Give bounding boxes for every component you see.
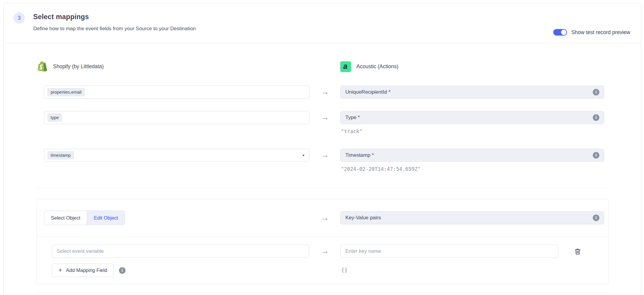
- mapping-row: timestamp Timestamp * "2024-02-20T14:47:…: [36, 149, 609, 172]
- header-text: Select mappings Define how to map the ev…: [33, 11, 196, 43]
- object-editor-actions: Add Mapping Field: [37, 258, 608, 284]
- object-mode-segmented-control: Select Object Edit Object: [44, 211, 125, 225]
- info-icon[interactable]: [593, 89, 599, 95]
- arrow-right-icon: [309, 211, 340, 225]
- trash-icon: [574, 251, 581, 256]
- key-name-cell: {}: [341, 245, 608, 258]
- destination-field: Timestamp *: [340, 149, 604, 162]
- destination-field: Key-Value pairs: [340, 211, 604, 224]
- tab-edit-object[interactable]: Edit Object: [87, 211, 125, 225]
- arrow-right-icon: [309, 111, 340, 124]
- column-headers: Shopify (by Littledata) Acoustic (Action…: [36, 61, 609, 72]
- select-mappings-card: 3 Select mappings Define how to map the …: [3, 3, 641, 295]
- destination-field: UniqueRecipientId *: [340, 86, 604, 99]
- source-field-input[interactable]: type: [44, 111, 309, 124]
- caret-down-icon[interactable]: [303, 153, 304, 157]
- add-mapping-field-label: Add Mapping Field: [66, 267, 107, 273]
- source-field-chip[interactable]: properties.email: [47, 88, 85, 96]
- test-record-preview-control: Show test record preview: [553, 29, 630, 36]
- toggle-label: Show test record preview: [572, 29, 630, 36]
- arrow-right-icon: [309, 245, 341, 257]
- arrow-right-icon: [309, 149, 340, 161]
- step-number: 3: [18, 15, 21, 21]
- test-record-preview-value: "2024-02-20T14:47:54.659Z": [340, 166, 609, 172]
- destination-cell: Timestamp * "2024-02-20T14:47:54.659Z": [340, 149, 609, 172]
- source-name: Shopify (by Littledata): [53, 63, 104, 70]
- destination-cell: UniqueRecipientId *: [340, 86, 609, 99]
- toggle-knob-icon: [561, 30, 566, 35]
- shopify-icon: [38, 61, 48, 72]
- arrow-right-icon: [309, 86, 340, 98]
- bottom-divider: [36, 292, 609, 292]
- test-record-preview-value: {}: [341, 267, 348, 273]
- destination-field-label: Timestamp *: [345, 152, 374, 158]
- info-icon[interactable]: [119, 267, 126, 274]
- event-variable-input[interactable]: [52, 245, 309, 258]
- source-field-chip[interactable]: type: [47, 113, 62, 122]
- step-number-badge: 3: [13, 12, 25, 24]
- source-field-chip[interactable]: timestamp: [47, 151, 74, 159]
- info-icon[interactable]: [593, 114, 599, 121]
- page-title: Select mappings: [33, 13, 196, 21]
- page-subtitle: Define how to map the event fields from …: [33, 26, 196, 32]
- object-editor-header-row: Select Object Edit Object Key-Value pair…: [37, 199, 608, 236]
- destination-field: Type *: [340, 111, 604, 124]
- add-mapping-field-button[interactable]: Add Mapping Field: [52, 264, 114, 277]
- mappings-content: Shopify (by Littledata) Acoustic (Action…: [4, 61, 641, 292]
- destination-field-label: Type *: [345, 115, 360, 121]
- destination-field-label: UniqueRecipientId *: [345, 89, 390, 95]
- key-name-input[interactable]: [341, 245, 558, 258]
- show-test-record-toggle[interactable]: [553, 29, 567, 36]
- destination-column-header: Acoustic (Actions): [340, 61, 609, 72]
- mapping-row: type Type * "track": [36, 111, 609, 134]
- acoustic-icon: [340, 61, 351, 72]
- section-divider: [36, 188, 609, 188]
- mapping-row: properties.email UniqueRecipientId *: [36, 86, 609, 99]
- key-value-row: {}: [37, 237, 608, 258]
- source-field-input[interactable]: timestamp: [44, 149, 309, 162]
- source-field-input[interactable]: properties.email: [44, 86, 309, 99]
- destination-field-label: Key-Value pairs: [345, 215, 381, 221]
- plus-icon: [58, 267, 62, 274]
- source-column-header: Shopify (by Littledata): [38, 61, 340, 72]
- tab-select-object[interactable]: Select Object: [44, 211, 87, 225]
- destination-name: Acoustic (Actions): [356, 63, 398, 70]
- object-editor-card: Select Object Edit Object Key-Value pair…: [36, 199, 609, 284]
- destination-cell: Type * "track": [340, 111, 609, 134]
- delete-row-button[interactable]: [574, 248, 581, 255]
- info-icon[interactable]: [593, 152, 599, 159]
- info-icon[interactable]: [593, 215, 599, 221]
- test-record-preview-value: "track": [340, 128, 609, 134]
- step-header: 3 Select mappings Define how to map the …: [4, 3, 641, 43]
